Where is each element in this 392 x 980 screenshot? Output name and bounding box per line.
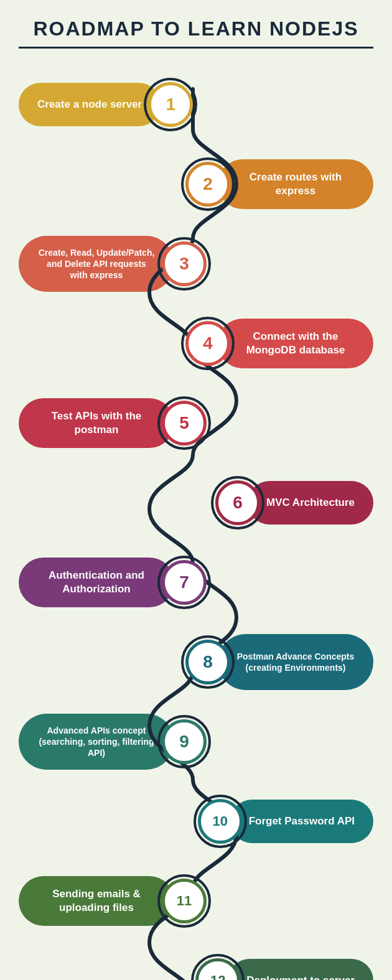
- step-row-10: Forget Password API 10: [0, 784, 392, 859]
- step-row-6: MVC Architecture 6: [0, 465, 392, 540]
- step-unit-9: Advanced APIs concept (searching, sortin…: [19, 714, 207, 770]
- step-row-5: Test APIs with the postman 5: [0, 386, 392, 460]
- step-row-3: Create, Read, Update/Patch, and Delete A…: [0, 226, 392, 301]
- step-1-circle: 1: [148, 82, 193, 127]
- step-row-7: Authentication and Authorization 7: [0, 545, 392, 620]
- step-8-label: Postman Advance Concepts (creating Envir…: [218, 634, 373, 690]
- step-5-circle: 5: [162, 401, 207, 446]
- step-9-circle: 9: [162, 719, 207, 764]
- step-3-circle: 3: [162, 241, 207, 286]
- step-row-12: Deployment to server 12: [0, 943, 392, 980]
- step-4-label: Connect with the MongoDB database: [218, 319, 373, 368]
- step-3-label: Create, Read, Update/Patch, and Delete A…: [19, 236, 174, 292]
- step-row-4: Connect with the MongoDB database 4: [0, 306, 392, 381]
- step-12-label: Deployment to server: [228, 959, 373, 980]
- step-1-label: Create a node server: [19, 83, 161, 126]
- step-row-9: Advanced APIs concept (searching, sortin…: [0, 704, 392, 779]
- page-title: ROADMAP TO LEARN NODEJS: [0, 0, 392, 47]
- step-unit-2: Create routes with express 2: [185, 159, 373, 209]
- step-unit-12: Deployment to server 12: [195, 958, 373, 980]
- step-8-circle: 8: [185, 640, 230, 684]
- step-unit-10: Forget Password API 10: [198, 799, 373, 844]
- step-unit-3: Create, Read, Update/Patch, and Delete A…: [19, 236, 207, 292]
- step-unit-1: Create a node server 1: [19, 82, 193, 127]
- step-10-circle: 10: [198, 799, 243, 844]
- step-row-11: Sending emails & uploading files 11: [0, 864, 392, 938]
- step-11-label: Sending emails & uploading files: [19, 876, 174, 926]
- step-row-2: Create routes with express 2: [0, 147, 392, 222]
- step-7-label: Authentication and Authorization: [19, 558, 174, 607]
- step-6-circle: 6: [215, 480, 260, 525]
- step-12-circle: 12: [195, 958, 240, 980]
- step-2-circle: 2: [185, 162, 230, 207]
- step-unit-6: MVC Architecture 6: [215, 480, 373, 525]
- step-5-label: Test APIs with the postman: [19, 398, 174, 448]
- step-9-label: Advanced APIs concept (searching, sortin…: [19, 714, 174, 770]
- step-10-label: Forget Password API: [230, 800, 373, 843]
- step-unit-5: Test APIs with the postman 5: [19, 398, 207, 448]
- step-unit-7: Authentication and Authorization 7: [19, 558, 207, 607]
- step-unit-8: Postman Advance Concepts (creating Envir…: [185, 634, 373, 690]
- step-7-circle: 7: [162, 560, 207, 605]
- step-2-label: Create routes with express: [218, 159, 373, 209]
- roadmap-container: Create a node server 1 Create routes wit…: [0, 49, 392, 980]
- step-unit-4: Connect with the MongoDB database 4: [185, 319, 373, 368]
- step-11-circle: 11: [162, 879, 207, 923]
- step-unit-11: Sending emails & uploading files 11: [19, 876, 207, 926]
- step-row-1: Create a node server 1: [0, 67, 392, 142]
- step-6-label: MVC Architecture: [248, 481, 373, 525]
- step-row-8: Postman Advance Concepts (creating Envir…: [0, 625, 392, 699]
- step-4-circle: 4: [185, 321, 230, 366]
